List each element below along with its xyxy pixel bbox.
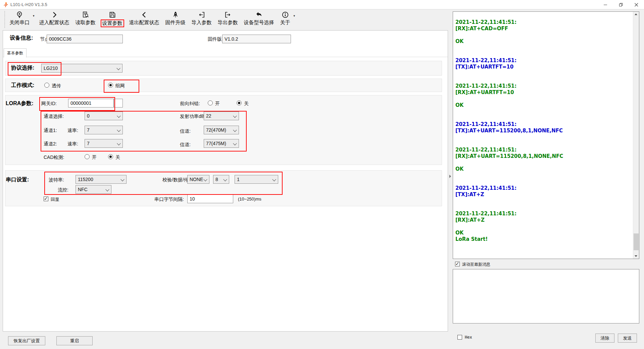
log-scrollbar[interactable] (633, 12, 639, 259)
close-port-dropdown-icon[interactable]: ▾ (33, 14, 35, 17)
channel2-channel-label: 信道: (180, 142, 191, 148)
fec-off-label: 关 (244, 101, 249, 107)
log-entry: 2021-11-22,11:41:51: [TX]:AT+Z (455, 185, 632, 198)
byte-interval-label: 串口字节间隔: (154, 197, 184, 203)
stopbits-combo[interactable]: 1 (235, 175, 278, 184)
chevron-down-icon (223, 177, 227, 181)
export-params-button[interactable]: 导出参数 (216, 9, 240, 26)
radio-transparent-mode[interactable] (44, 83, 49, 88)
gateway-id-input[interactable]: 00000001 (68, 99, 114, 107)
fec-radio-on[interactable] (208, 100, 213, 105)
tab-strip: 基本参数 (3, 48, 448, 57)
lora-section-label: LORA参数: (6, 100, 34, 107)
toolbar-grip[interactable] (4, 11, 5, 28)
scrollbar-thumb[interactable] (634, 233, 639, 250)
chevron-down-icon (117, 114, 120, 118)
gateway-id-label: 网关ID: (41, 101, 57, 107)
fec-label: 前向纠错: (180, 101, 200, 107)
send-button[interactable]: 发送 (618, 334, 637, 343)
workmode-row (5, 79, 442, 92)
restart-button[interactable]: 重启 (56, 336, 93, 345)
main-panel: 设备信息: 节点ID: 0009CC36 固件版本: V1.0.2 基本参数 协… (3, 30, 448, 332)
databits-combo[interactable]: 8 (213, 175, 229, 184)
exit-config-button[interactable]: 退出配置状态 (127, 9, 161, 26)
chevron-down-icon (120, 177, 124, 181)
baud-label: 波特率: (49, 177, 64, 183)
splitter-collapse-icon[interactable] (449, 175, 451, 178)
node-id-input[interactable]: 0009CC36 (47, 35, 123, 43)
byte-interval-hint: (10~250)ms (238, 197, 261, 202)
app-icon (3, 2, 8, 7)
firmware-upgrade-button[interactable]: 固件升级 (163, 9, 188, 26)
close-button[interactable] (629, 0, 644, 9)
scroll-down-icon[interactable] (635, 255, 637, 257)
firmware-version-input[interactable]: V1.0.2 (222, 35, 291, 43)
set-params-button[interactable]: 设置参数 (100, 9, 125, 27)
serial-section-label: 串口设置: (6, 176, 29, 183)
protocol-select[interactable]: LG210 (41, 64, 122, 73)
close-port-button[interactable]: 关闭串口 (7, 9, 32, 26)
echo-label: 回显 (51, 197, 59, 203)
channel-select-label: 通道选择: (44, 114, 64, 120)
minimize-button[interactable] (598, 0, 613, 9)
log-entry: 2021-11-22,11:41:51: [RX]:AT+Z OK LoRa S… (455, 211, 632, 243)
autoscroll-checkbox[interactable] (455, 262, 460, 266)
enter-config-button[interactable]: 进入配置状态 (37, 9, 71, 26)
echo-checkbox[interactable] (44, 197, 48, 201)
tx-power-combo[interactable]: 22 (204, 112, 239, 120)
cad-radio-on[interactable] (85, 154, 90, 159)
channel-select-combo[interactable]: 0 (85, 112, 123, 120)
log-entry: 2021-11-22,11:41:51: [RX]:AT+UARTFT=10 O… (455, 83, 632, 108)
channel1-channel-combo[interactable]: 72(470M) (204, 126, 239, 134)
restore-button[interactable] (613, 0, 629, 9)
chevron-down-icon (117, 128, 120, 132)
baud-combo[interactable]: 115200 (76, 175, 127, 184)
log-output[interactable]: 2021-11-22,11:41:51: [RX]:AT+CAD=OFF OK … (453, 11, 639, 259)
clear-button[interactable]: 清除 (595, 334, 614, 343)
byte-interval-input[interactable]: 10 (187, 194, 233, 203)
flow-control-combo[interactable]: NFC (76, 185, 111, 194)
chevron-down-icon (116, 66, 120, 70)
about-dropdown-icon[interactable]: ▾ (294, 14, 295, 17)
chevron-down-icon (105, 187, 109, 191)
firmware-upgrade-icon (171, 10, 180, 19)
cad-radio-off[interactable] (108, 154, 113, 159)
chevron-down-icon (233, 141, 237, 145)
factory-reset-button[interactable]: 恢复出厂设置 (8, 336, 45, 345)
cad-off-label: 关 (115, 155, 120, 161)
chevron-down-icon (272, 177, 276, 181)
radio-transparent-label: 透传 (52, 83, 61, 89)
chevron-down-icon (117, 141, 120, 145)
toolbar: 关闭串口 ▾ 进入配置状态 读取参数 设置参数 退出配置状态 固件升级 (0, 9, 450, 30)
about-button[interactable]: 关于 (278, 9, 292, 26)
import-params-icon (198, 10, 206, 19)
read-params-button[interactable]: 读取参数 (73, 9, 98, 26)
radio-networking-mode[interactable] (108, 83, 113, 88)
exit-config-icon (140, 10, 148, 19)
device-model-select-button[interactable]: 设备型号选择 (242, 9, 276, 26)
log-entry: 2021-11-22,11:41:51: [RX]:AT+CAD=OFF OK (455, 19, 632, 45)
protocol-label: 协议选择: (11, 64, 34, 72)
fec-radio-off[interactable] (237, 100, 242, 105)
log-entry: 2021-11-22,11:41:51: [TX]:AT+UARTFT=10 (455, 57, 632, 70)
import-params-button[interactable]: 导入参数 (190, 9, 214, 26)
tab-basic-params[interactable]: 基本参数 (4, 48, 27, 57)
chevron-down-icon (233, 114, 237, 118)
scroll-up-icon[interactable] (635, 13, 637, 15)
log-entry: 2021-11-22,11:41:51: [RX]:AT+UART=115200… (455, 147, 632, 172)
channel1-label: 通道1: (44, 128, 57, 134)
gateway-id-extra-input[interactable] (114, 99, 123, 107)
hex-checkbox[interactable] (457, 335, 462, 340)
channel1-rate-combo[interactable]: 7 (85, 126, 123, 134)
parity-combo[interactable]: NONE (187, 175, 209, 184)
hex-label: Hex (465, 335, 472, 340)
chevron-down-icon (203, 177, 207, 181)
fec-on-label: 开 (215, 101, 220, 107)
send-input[interactable] (453, 269, 639, 323)
set-params-label-annotation: 设置参数 (101, 19, 124, 27)
chevron-down-icon (233, 128, 237, 132)
channel2-channel-combo[interactable]: 77(475M) (204, 139, 239, 148)
device-info-label: 设备信息: (10, 35, 33, 42)
log-entry: 2021-11-22,11:41:51: [TX]:AT+UART=115200… (455, 121, 632, 134)
channel2-rate-combo[interactable]: 7 (85, 139, 123, 148)
